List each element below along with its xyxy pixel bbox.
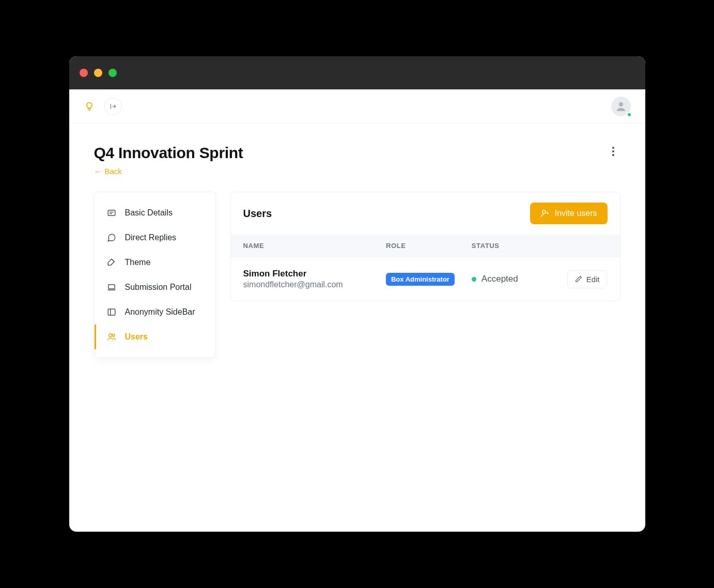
column-status: STATUS — [472, 242, 557, 250]
svg-point-2 — [612, 150, 614, 152]
sidebar-item-label: Users — [125, 332, 148, 342]
back-link[interactable]: ← Back — [94, 167, 122, 176]
pencil-icon — [575, 275, 582, 283]
back-label: Back — [105, 167, 122, 176]
sidebar-item-basic-details[interactable]: Basic Details — [95, 200, 215, 225]
status-dot-icon — [472, 277, 476, 282]
sidebar-item-submission-portal[interactable]: Submission Portal — [95, 275, 215, 300]
svg-point-13 — [542, 210, 545, 213]
column-name: NAME — [243, 242, 386, 250]
users-table-header: NAME ROLE STATUS — [231, 235, 620, 257]
role-cell: Box Administrator — [386, 273, 472, 286]
panel-header: Users Invite users — [231, 192, 620, 235]
invite-button-label: Invite users — [555, 209, 597, 218]
presence-indicator-icon — [627, 112, 632, 117]
page-content: Q4 Innovation Sprint ← Back Basic Detail… — [69, 123, 645, 532]
edit-user-button[interactable]: Edit — [567, 270, 608, 288]
sidebar-item-direct-replies[interactable]: Direct Replies — [95, 225, 215, 250]
sidebar-item-label: Submission Portal — [125, 283, 192, 292]
settings-layout: Basic Details Direct Replies Theme Submi… — [94, 192, 620, 358]
svg-point-11 — [108, 334, 112, 337]
svg-rect-9 — [108, 309, 115, 315]
top-appbar — [69, 89, 645, 123]
svg-point-12 — [112, 334, 115, 337]
chat-icon — [106, 233, 117, 243]
arrow-left-icon: ← — [94, 167, 102, 176]
more-options-button[interactable] — [606, 144, 620, 159]
sidebar-item-label: Direct Replies — [125, 233, 177, 242]
page-header: Q4 Innovation Sprint ← Back — [94, 144, 620, 176]
laptop-icon — [106, 282, 117, 292]
user-email: simondfletcher@gmail.com — [243, 280, 386, 289]
sidebar-item-label: Anonymity SideBar — [125, 307, 195, 317]
sidebar-item-label: Theme — [125, 258, 151, 267]
sidebar-icon — [106, 307, 117, 317]
column-actions — [557, 242, 608, 250]
role-badge: Box Administrator — [386, 273, 455, 286]
kebab-icon — [612, 147, 614, 156]
lightbulb-icon — [84, 101, 95, 112]
card-text-icon — [106, 208, 117, 218]
status-cell: Accepted — [472, 274, 557, 284]
user-cell: Simon Fletcher simondfletcher@gmail.com — [243, 269, 386, 289]
palette-icon — [106, 257, 117, 268]
app-window: Q4 Innovation Sprint ← Back Basic Detail… — [69, 56, 645, 532]
panel-title: Users — [243, 208, 272, 220]
user-menu-button[interactable] — [611, 97, 631, 116]
status-label: Accepted — [482, 274, 518, 284]
window-minimize-button[interactable] — [94, 69, 102, 77]
settings-sidebar: Basic Details Direct Replies Theme Submi… — [94, 192, 216, 358]
expand-sidebar-button[interactable] — [104, 98, 122, 115]
sidebar-item-users[interactable]: Users — [95, 324, 215, 349]
users-icon — [106, 332, 117, 342]
invite-users-button[interactable]: Invite users — [530, 203, 608, 224]
svg-point-3 — [612, 154, 614, 156]
column-role: ROLE — [386, 242, 472, 250]
user-plus-icon — [540, 209, 550, 218]
svg-rect-4 — [108, 210, 115, 216]
svg-point-1 — [612, 147, 614, 149]
sidebar-item-anonymity-sidebar[interactable]: Anonymity SideBar — [95, 300, 215, 324]
svg-rect-7 — [108, 285, 115, 289]
users-panel: Users Invite users NAME ROLE STATUS Simo… — [230, 192, 620, 301]
edit-button-label: Edit — [586, 275, 600, 284]
window-close-button[interactable] — [80, 69, 88, 77]
svg-point-0 — [619, 102, 623, 106]
user-name: Simon Fletcher — [243, 269, 386, 279]
page-title: Q4 Innovation Sprint — [94, 144, 243, 162]
expand-icon — [110, 103, 117, 110]
sidebar-item-label: Basic Details — [125, 208, 173, 218]
table-row: Simon Fletcher simondfletcher@gmail.com … — [231, 257, 620, 301]
window-titlebar — [69, 56, 645, 89]
sidebar-item-theme[interactable]: Theme — [95, 250, 215, 275]
window-maximize-button[interactable] — [108, 69, 117, 77]
